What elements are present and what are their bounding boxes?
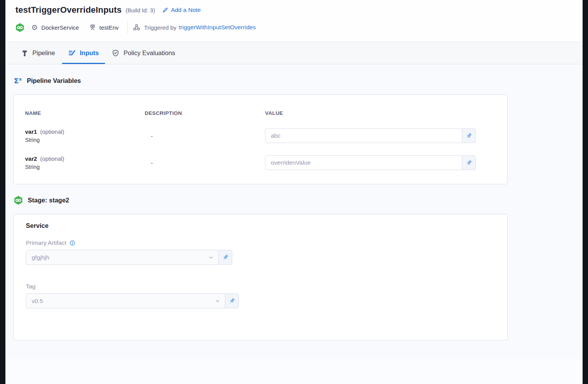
info-icon[interactable] [69,240,75,246]
service-info: ⚙ DockerService [31,24,79,31]
variable-description: - [145,160,265,166]
sigma-icon: Σx [14,77,22,84]
pin-button[interactable] [462,155,476,170]
variable-value-input[interactable] [265,155,462,170]
tab-policy-evaluations[interactable]: Policy Evaluations [106,42,181,64]
pushpin-icon [466,160,472,166]
build-id: (Build Id: 3) [125,7,155,13]
stage-section-head: Stage: stage2 [14,196,583,205]
inputs-icon [68,49,76,57]
tag-label-row: Tag [26,283,495,290]
pipeline-variables-title: Pipeline Variables [27,77,81,84]
tag-label: Tag [26,283,35,290]
add-note-label: Add a Note [171,7,201,13]
pipeline-icon [21,50,28,57]
inputs-tab-content: Σx Pipeline Variables NAME DESCRIPTION V… [5,64,583,384]
variable-type: String [25,164,145,170]
page-title: testTriggerOverrideInputs [15,5,122,15]
service-card: Service Primary Artifact gfgjhjh [13,214,508,340]
gear-icon: ⚙ [31,24,38,31]
chevron-down-icon [215,298,220,304]
variable-name: var2 [25,155,37,162]
execution-page: testTriggerOverrideInputs (Build Id: 3) … [5,0,583,384]
add-note-button[interactable]: Add a Note [162,7,201,13]
pushpin-icon [222,254,229,261]
pin-button[interactable] [225,293,239,308]
pushpin-icon [229,298,235,304]
stage-cd-icon [14,196,23,205]
pipeline-variables-section-head: Σx Pipeline Variables [14,77,583,84]
shield-check-icon [112,49,119,57]
primary-artifact-select[interactable]: gfgjhjh [26,250,219,265]
execution-header: testTriggerOverrideInputs (Build Id: 3) … [5,0,583,42]
tag-value: v0.5 [32,298,43,305]
column-header-value: VALUE [265,110,496,116]
pin-button[interactable] [462,128,476,143]
environment-name: testEnv [100,24,119,31]
pushpin-icon [466,133,472,139]
tab-policy-label: Policy Evaluations [123,49,175,57]
content-footer-band [5,359,583,384]
pencil-icon [162,7,168,13]
tab-inputs-label: Inputs [80,49,99,57]
trigger-link[interactable]: triggerWithInputSetOverrides [179,24,256,31]
variable-type: String [25,137,145,143]
tab-inputs[interactable]: Inputs [62,42,105,64]
primary-artifact-label-row: Primary Artifact [26,239,495,246]
tab-pipeline[interactable]: Pipeline [15,42,61,64]
header-divider [127,21,128,34]
execution-tabbar: Pipeline Inputs Policy Eval [5,42,583,64]
service-name: DockerService [41,24,79,31]
stage-title: Stage: stage2 [28,197,69,204]
cd-module-icon [15,23,24,32]
trigger-icon [133,24,140,31]
variable-name: var1 [25,128,37,135]
tab-pipeline-label: Pipeline [32,49,55,57]
variable-optional-badge: (optional) [40,128,64,135]
triggered-by-label: Triggered by [144,24,177,31]
variable-value-input[interactable] [265,128,462,143]
variable-optional-badge: (optional) [40,155,64,162]
pin-button[interactable] [218,250,232,265]
column-header-name: NAME [25,110,145,116]
tag-select[interactable]: v0.5 [26,293,225,308]
environment-icon [89,24,96,31]
chevron-down-icon [208,255,214,260]
primary-artifact-value: gfgjhjh [32,254,49,261]
variable-description: - [145,133,265,139]
primary-artifact-label: Primary Artifact [26,239,66,246]
pipeline-variables-card: NAME DESCRIPTION VALUE var1 (optional) S… [13,94,508,184]
environment-info: testEnv [89,24,119,31]
service-heading: Service [26,222,495,229]
column-header-description: DESCRIPTION [145,110,265,116]
